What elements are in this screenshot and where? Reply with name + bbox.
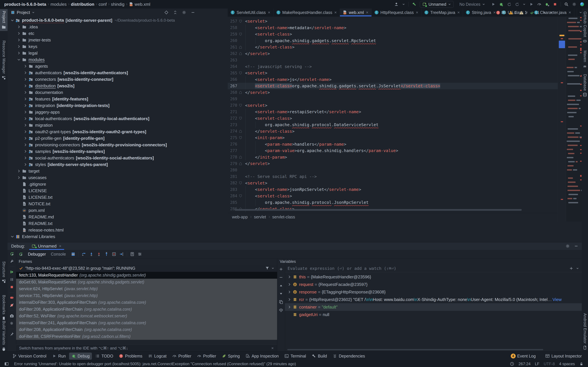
close-icon[interactable] bbox=[493, 11, 496, 14]
code-line-283[interactable]: 283 <servlet-name>jsonRpcServlet</servle… bbox=[228, 186, 558, 193]
frame-row[interactable]: internalDoFilter:241, ApplicationFilterC… bbox=[16, 319, 277, 326]
watch-options-icon[interactable] bbox=[279, 308, 283, 312]
evaluate-expression-button[interactable] bbox=[130, 252, 135, 256]
fold-marker-icon[interactable] bbox=[237, 91, 244, 94]
variable-row-gadgetUri[interactable]: gadgetUri=null bbox=[285, 311, 582, 318]
sidebar-item-bookmarks[interactable]: Bookmarks bbox=[0, 293, 8, 322]
frame-row[interactable]: service:624, HttpServlet(javax.servlet.h… bbox=[16, 285, 277, 292]
xml-breadcrumb-item[interactable]: servlet-class bbox=[272, 215, 295, 219]
code-line-257[interactable]: 257<servlet> bbox=[228, 18, 558, 25]
code-line-269[interactable]: 269 bbox=[228, 96, 558, 102]
tree-chevron-icon[interactable] bbox=[23, 64, 28, 68]
rerun-debug-button[interactable] bbox=[9, 251, 14, 256]
toolwindow-button-spring[interactable]: Spring bbox=[219, 353, 242, 360]
gradle-sync-icon[interactable] bbox=[580, 2, 584, 7]
expand-chevron-icon[interactable] bbox=[287, 297, 292, 302]
breadcrumb-item[interactable]: conf bbox=[99, 2, 107, 7]
caret-position[interactable]: 267:24 bbox=[519, 362, 531, 366]
toolwindow-button-dependencies[interactable]: Dependencies bbox=[330, 353, 367, 360]
toolwindow-button-todo[interactable]: TODO bbox=[93, 353, 115, 360]
tree-chevron-icon[interactable] bbox=[23, 156, 28, 160]
toolwindow-button-run[interactable]: Run bbox=[50, 353, 68, 360]
prev-error-icon[interactable] bbox=[542, 10, 547, 15]
tab-console[interactable]: Console bbox=[49, 251, 68, 257]
fold-marker-icon[interactable] bbox=[237, 104, 244, 107]
locate-file-button[interactable] bbox=[164, 10, 169, 15]
tab-overflow[interactable]: C bbox=[574, 8, 577, 17]
fold-marker-icon[interactable] bbox=[237, 181, 244, 185]
horizontal-scrollbar[interactable] bbox=[235, 209, 522, 211]
code-line-279[interactable]: 279</servlet> bbox=[228, 160, 558, 167]
tree-chevron-icon[interactable] bbox=[10, 234, 15, 239]
sidebar-item-project[interactable]: Project bbox=[0, 9, 8, 31]
resume-button[interactable] bbox=[9, 270, 14, 274]
expand-chevron-icon[interactable] bbox=[287, 290, 292, 294]
tree-item-etc[interactable]: etc bbox=[8, 30, 228, 37]
run-button[interactable] bbox=[491, 2, 496, 7]
sidebar-item-resource-manager[interactable]: Resource Manager bbox=[0, 39, 8, 82]
chevron-down-icon[interactable] bbox=[402, 3, 405, 6]
close-icon[interactable] bbox=[59, 244, 62, 248]
mute-breakpoints-icon[interactable] bbox=[9, 303, 14, 308]
close-icon[interactable] bbox=[334, 11, 337, 14]
tree-item-.gitignore[interactable]: .gitignore bbox=[8, 181, 228, 187]
sidebar-item-github-copilot[interactable]: GitHub Copilot bbox=[582, 10, 588, 45]
fold-marker-icon[interactable] bbox=[237, 117, 244, 120]
thread-dump-icon[interactable] bbox=[9, 314, 14, 318]
tree-chevron-icon[interactable] bbox=[23, 116, 28, 121]
tree-item-authenticators[interactable]: authenticators[wso2is-identity-authentic… bbox=[8, 69, 228, 76]
pin-tab-icon[interactable] bbox=[9, 332, 14, 336]
code-line-285[interactable]: 285 org.apache.shindig.protocol.JsonRpcS… bbox=[228, 199, 558, 206]
inspection-insp-error[interactable]: 86 bbox=[496, 10, 506, 15]
tree-chevron-icon[interactable] bbox=[23, 83, 28, 88]
add-watch-icon[interactable] bbox=[279, 267, 283, 271]
tab-makerequesthandler-class[interactable]: CMakeRequestHandler.class bbox=[274, 8, 340, 17]
run-config-select[interactable]: Unnamed bbox=[420, 1, 454, 8]
thread-selector[interactable]: "http-nio-9443-exec-48"@23,582 in group … bbox=[16, 265, 277, 272]
code-line-277[interactable]: 277 <param-value>org.apache.shindig.hand… bbox=[228, 148, 558, 154]
tree-item-migration[interactable]: migration bbox=[8, 122, 228, 128]
tab-treemap-java[interactable]: CTreeMap.java bbox=[422, 8, 463, 17]
fold-marker-icon[interactable] bbox=[237, 45, 244, 49]
code-line-275[interactable]: 275 <init-param> bbox=[228, 134, 558, 141]
toolwindow-button-layout-inspector[interactable]: Layout Inspector bbox=[543, 353, 584, 360]
fold-marker-icon[interactable] bbox=[237, 162, 244, 166]
tree-chevron-icon[interactable] bbox=[17, 44, 21, 49]
stop-debug-button[interactable] bbox=[9, 285, 14, 289]
xml-breadcrumb-item[interactable]: servlet bbox=[254, 215, 266, 219]
code-line-259[interactable]: 259 <servlet-class> bbox=[228, 31, 558, 38]
inspection-insp-weak[interactable]: 1 bbox=[519, 10, 527, 15]
tree-item-keys[interactable]: keys bbox=[8, 43, 228, 50]
tree-chevron-icon[interactable] bbox=[23, 129, 28, 134]
build-hammer-button[interactable] bbox=[412, 2, 416, 7]
add-watch-icon[interactable] bbox=[569, 266, 574, 271]
sidebar-item-android-emulator[interactable]: Android Emulator bbox=[582, 312, 588, 352]
breadcrumb-item[interactable]: product-is-5.6.0-beta bbox=[4, 2, 46, 7]
file-encoding[interactable]: UTF-8 bbox=[544, 362, 555, 366]
chevron-down-icon[interactable] bbox=[576, 266, 579, 271]
tree-chevron-icon[interactable] bbox=[23, 90, 28, 95]
code-line-282[interactable]: 282<servlet> bbox=[228, 180, 558, 186]
tree-chevron-icon[interactable] bbox=[17, 57, 21, 62]
tree-item-readme.md[interactable]: M↓README.md bbox=[8, 214, 228, 220]
lock-icon[interactable] bbox=[579, 362, 584, 366]
frame-row[interactable]: doFilter:88, CSRFPreventionFilter(org.ws… bbox=[16, 333, 277, 340]
code-line-264[interactable]: 264<!-- javascript serving --> bbox=[228, 63, 558, 70]
tree-chevron-icon[interactable] bbox=[23, 123, 28, 127]
collapse-all-button[interactable] bbox=[173, 10, 178, 15]
tabs-dropdown-icon[interactable] bbox=[579, 11, 582, 14]
variable-row-this[interactable]: this={MakeRequestHandler@23596} bbox=[285, 273, 582, 281]
code-line-270[interactable]: 270<servlet> bbox=[228, 102, 558, 109]
tab-web-xml[interactable]: </>web.xml bbox=[340, 8, 372, 17]
tree-chevron-icon[interactable] bbox=[23, 70, 28, 75]
variable-row-container[interactable]: container="default" bbox=[285, 303, 582, 311]
view-breakpoints-icon[interactable] bbox=[9, 295, 14, 300]
code-editor[interactable]: 257<servlet>258 <servlet-name>metadata</… bbox=[228, 17, 558, 222]
indent-setting[interactable]: 4 spaces bbox=[559, 362, 575, 366]
view-options-icon[interactable] bbox=[138, 252, 142, 256]
close-icon[interactable] bbox=[268, 11, 271, 14]
tree-item-product-is-5.6.0-beta[interactable]: product-is-5.6.0-beta[identity-server-pa… bbox=[8, 17, 228, 24]
search-icon[interactable] bbox=[564, 2, 569, 7]
restart-button[interactable] bbox=[507, 2, 511, 7]
line-ending[interactable]: LF bbox=[535, 362, 539, 366]
